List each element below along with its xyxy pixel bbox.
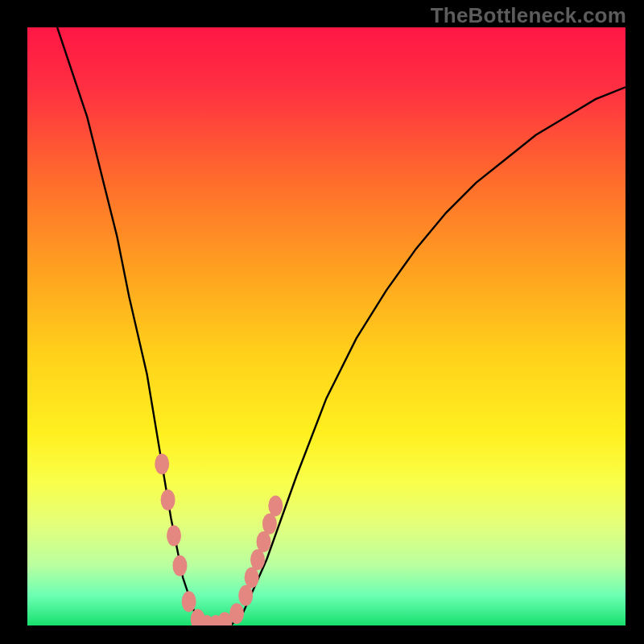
highlight-bead — [167, 526, 181, 547]
plot-area — [27, 27, 625, 625]
highlight-bead — [245, 568, 259, 588]
watermark-text: TheBottleneck.com — [431, 3, 626, 28]
highlight-bead — [229, 603, 244, 624]
chart-frame: TheBottleneck.com — [0, 0, 644, 644]
highlight-bead — [161, 489, 175, 510]
highlight-bead — [262, 514, 277, 535]
highlight-bead — [268, 495, 283, 516]
bottleneck-curve — [57, 27, 625, 625]
highlight-beads — [155, 453, 283, 625]
highlight-bead — [182, 591, 196, 612]
highlight-bead — [172, 555, 187, 576]
highlight-bead — [256, 531, 270, 552]
highlight-bead — [155, 453, 169, 474]
curve-layer — [27, 27, 625, 625]
highlight-bead — [250, 549, 265, 570]
highlight-bead — [238, 585, 253, 606]
